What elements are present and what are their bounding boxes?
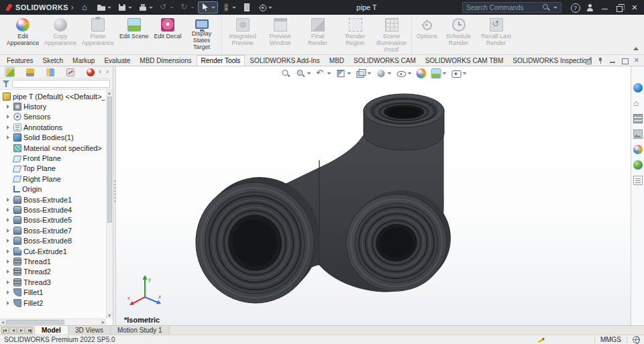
manager-tab[interactable] (65, 67, 75, 77)
headsup-button[interactable] (294, 68, 312, 79)
tab-first-icon[interactable] (1, 327, 9, 334)
tree-item[interactable]: Annotations (1, 122, 105, 132)
minimize-panel-icon[interactable] (609, 57, 616, 64)
expand-arrow-icon[interactable] (5, 196, 11, 204)
window-control-button[interactable] (568, 1, 582, 14)
vertical-scrollbar[interactable] (106, 90, 113, 319)
tab-last-icon[interactable] (25, 327, 33, 334)
graphics-viewport[interactable]: y x z *Isometric (116, 66, 631, 325)
headsup-button[interactable] (394, 68, 413, 79)
scroll-right-icon[interactable] (100, 319, 106, 325)
tree-item[interactable]: Fillet2 (1, 298, 105, 308)
ribbon-button[interactable]: Edit Decal (152, 16, 184, 54)
headsup-button[interactable] (429, 68, 447, 79)
tree-item[interactable]: Front Plane (1, 153, 105, 163)
headsup-button[interactable] (279, 68, 292, 79)
task-pane-button[interactable] (633, 160, 643, 170)
expand-arrow-icon[interactable] (5, 227, 11, 235)
tab-next-icon[interactable] (17, 327, 25, 334)
scroll-left-icon[interactable] (0, 319, 6, 325)
pin-icon[interactable] (597, 57, 604, 64)
language-globe-icon[interactable] (633, 336, 640, 343)
expand-arrow-icon[interactable] (5, 175, 11, 183)
quick-access-button[interactable] (136, 1, 156, 13)
ribbon-button[interactable]: Edit Scene (117, 16, 152, 54)
expand-arrow-icon[interactable] (5, 123, 11, 131)
tree-item[interactable]: Thread3 (1, 277, 105, 287)
task-pane-button[interactable] (633, 82, 643, 93)
ribbon-button[interactable]: Recall Last Render (478, 16, 515, 54)
tree-item[interactable]: Origin (1, 184, 105, 194)
expand-arrow-icon[interactable] (5, 154, 11, 162)
ribbon-button[interactable]: Edit Appearance (4, 16, 42, 54)
tree-item[interactable]: Boss-Extrude4 (1, 205, 105, 215)
command-tab[interactable]: SOLIDWORKS CAM (349, 55, 421, 66)
expand-arrow-icon[interactable] (5, 103, 11, 111)
expand-arrow-icon[interactable] (5, 299, 11, 307)
expand-arrow-icon[interactable] (5, 185, 11, 193)
headsup-button[interactable] (374, 68, 392, 79)
window-control-button[interactable] (612, 1, 627, 14)
tree-filter-input[interactable] (12, 80, 110, 88)
tree-item[interactable]: History (1, 101, 105, 111)
command-tab[interactable]: MBD (325, 55, 349, 66)
command-tab[interactable]: MBD Dimensions (135, 55, 196, 66)
tree-item[interactable]: Solid Bodies(1) (1, 133, 105, 143)
tree-item[interactable]: Boss-Extrude1 (1, 194, 105, 205)
headsup-button[interactable] (415, 68, 427, 79)
document-tab[interactable]: Motion Study 1 (111, 326, 170, 335)
ribbon-button[interactable]: Display States Target (184, 16, 222, 54)
ribbon-button[interactable]: Copy Appearance (42, 16, 79, 54)
task-pane-button[interactable] (633, 175, 643, 186)
quick-access-button[interactable] (78, 1, 93, 13)
units-selector[interactable]: MMGS (600, 336, 621, 343)
close-panel-icon[interactable] (633, 57, 641, 64)
window-control-button[interactable] (582, 1, 597, 14)
command-tab[interactable]: SOLIDWORKS CAM TBM (421, 55, 508, 66)
expand-arrow-icon[interactable] (5, 113, 11, 121)
expand-arrow-icon[interactable] (5, 144, 11, 152)
scroll-up-icon[interactable] (107, 90, 113, 96)
tree-item[interactable]: Cut-Extrude1 (1, 246, 105, 256)
tree-item[interactable]: Thread2 (1, 267, 105, 277)
command-tab[interactable]: Render Tools (197, 55, 246, 66)
ribbon-button[interactable]: Integrated Preview (224, 16, 262, 54)
expand-arrow-icon[interactable] (5, 206, 11, 214)
headsup-button[interactable] (334, 68, 352, 79)
tree-root-item[interactable]: pipe T (Default) <<Default>_Display S (1, 91, 105, 101)
horizontal-scrollbar[interactable] (0, 319, 106, 325)
ribbon-collapse-icon[interactable] (633, 47, 639, 50)
headsup-button[interactable] (354, 68, 372, 79)
task-pane-button[interactable] (633, 98, 643, 109)
document-tab[interactable]: Model (35, 326, 68, 335)
quick-access-button[interactable] (219, 1, 239, 13)
task-pane-button[interactable] (633, 113, 643, 124)
window-control-button[interactable] (597, 1, 612, 14)
manager-tab[interactable] (25, 67, 35, 77)
tree-item[interactable]: Boss-Extrude8 (1, 235, 105, 245)
scrollbar-thumb[interactable] (107, 97, 112, 223)
tree-item[interactable]: Right Plane (1, 174, 105, 184)
search-icon[interactable] (542, 3, 550, 11)
ribbon-button[interactable]: Preview Window (262, 16, 299, 54)
expand-arrow-icon[interactable] (5, 268, 11, 276)
quick-access-button[interactable] (156, 1, 176, 13)
ribbon-button[interactable]: Scene Illumination Proof Sheet (374, 16, 412, 54)
undock-icon[interactable] (585, 57, 592, 64)
filter-icon[interactable] (3, 80, 9, 87)
manager-tab[interactable] (5, 67, 15, 77)
headsup-button[interactable] (449, 68, 468, 79)
chevron-left-icon[interactable] (97, 67, 103, 75)
manager-tab[interactable] (45, 67, 55, 77)
expand-arrow-icon[interactable] (5, 133, 11, 141)
manager-tab[interactable] (85, 67, 95, 77)
command-tab[interactable]: Sketch (38, 55, 68, 66)
quick-access-button[interactable] (255, 1, 275, 13)
search-commands-box[interactable]: Search Commands (462, 2, 561, 13)
ribbon-button[interactable]: Final Render (299, 16, 337, 54)
ribbon-button[interactable]: Paste Appearance (79, 16, 117, 54)
brand-expand-icon[interactable] (71, 3, 74, 12)
expand-arrow-icon[interactable] (5, 288, 11, 296)
ribbon-button[interactable]: Schedule Render (440, 16, 478, 54)
task-pane-button[interactable] (633, 144, 643, 155)
